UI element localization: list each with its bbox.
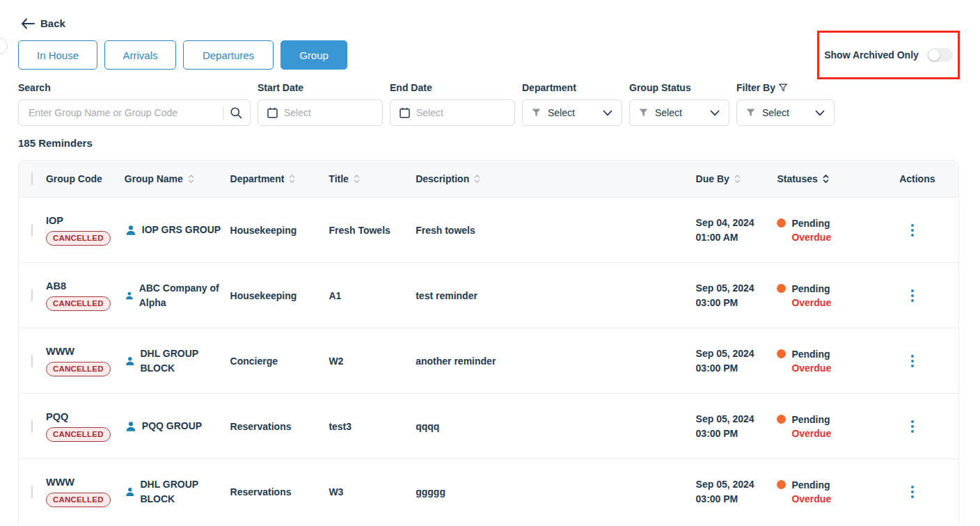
due-date: Sep 05, 2024	[696, 346, 773, 361]
status-text: Pending	[791, 283, 830, 294]
start-date-label: Start Date	[258, 82, 383, 93]
funnel-icon	[746, 109, 755, 117]
group-status-select[interactable]: Select	[629, 99, 729, 126]
group-name: PQQ GROUP	[142, 419, 202, 433]
table-row: IOP CANCELLED IOP GRS GROUP Housekeeping…	[19, 197, 958, 262]
group-code: WWW	[46, 346, 119, 357]
row-actions-menu[interactable]	[908, 486, 917, 498]
annotation-highlight-box: Show Archived Only	[817, 31, 960, 79]
filter-by-select[interactable]: Select	[736, 99, 835, 126]
person-icon	[125, 420, 137, 433]
table-header-row: Group Code Group Name Department Title D…	[19, 161, 958, 197]
status-badge: CANCELLED	[46, 493, 111, 507]
substatus-text: Overdue	[791, 297, 877, 308]
status-text: Pending	[791, 479, 830, 491]
chevron-down-icon	[603, 110, 612, 116]
filter-by-label-text: Filter By	[736, 82, 775, 93]
status-text: Pending	[791, 218, 830, 229]
end-date-value: Select	[416, 107, 443, 118]
filter-by-value: Select	[762, 107, 789, 118]
row-actions-menu[interactable]	[908, 224, 917, 237]
group-name: DHL GROUP BLOCK	[140, 477, 223, 507]
department-select[interactable]: Select	[522, 99, 622, 126]
column-header-department[interactable]: Department	[230, 173, 329, 184]
funnel-outline-icon	[779, 83, 787, 92]
start-date-picker[interactable]: Select	[258, 99, 383, 126]
status-dot	[777, 284, 786, 293]
due-time: 01:00 AM	[696, 230, 773, 245]
row-checkbox[interactable]	[31, 420, 33, 433]
sort-icon	[188, 174, 194, 184]
search-icon[interactable]	[230, 106, 250, 119]
column-header-description[interactable]: Description	[416, 173, 695, 184]
sort-icon	[474, 174, 480, 184]
search-filter: Search	[18, 82, 251, 126]
status-badge: CANCELLED	[46, 362, 111, 376]
department-label: Department	[522, 82, 622, 93]
row-actions-menu[interactable]	[908, 289, 917, 302]
column-header-group-code: Group Code	[46, 173, 125, 184]
search-input[interactable]	[29, 107, 223, 118]
back-arrow-icon	[21, 18, 35, 29]
column-header-due-by[interactable]: Due By	[696, 173, 777, 184]
group-code: PQQ	[46, 411, 119, 422]
substatus-text: Overdue	[791, 232, 877, 243]
department-filter: Department Select	[522, 82, 622, 126]
status-badge: CANCELLED	[46, 427, 111, 442]
title-cell: Fresh Towels	[329, 225, 416, 236]
person-icon	[125, 289, 134, 302]
tab-arrivals[interactable]: Arrivals	[104, 40, 176, 70]
due-date: Sep 05, 2024	[696, 281, 773, 296]
row-checkbox[interactable]	[31, 224, 33, 237]
tab-departures[interactable]: Departures	[183, 40, 274, 70]
start-date-filter: Start Date Select	[258, 82, 383, 126]
description-cell: another reminder	[416, 356, 695, 367]
description-cell: test reminder	[416, 290, 695, 301]
tab-in-house[interactable]: In House	[18, 40, 97, 70]
table-row: AB8 CANCELLED ABC Company of Alpha House…	[19, 262, 958, 328]
reminders-table: Group Code Group Name Department Title D…	[18, 160, 959, 524]
row-actions-menu[interactable]	[908, 420, 917, 433]
status-dot	[777, 349, 786, 358]
person-icon	[125, 355, 136, 367]
title-cell: test3	[329, 421, 416, 432]
group-name: DHL GROUP BLOCK	[140, 346, 223, 376]
department-cell: Concierge	[230, 356, 329, 367]
show-archived-label: Show Archived Only	[824, 49, 919, 61]
group-reminders-page: Back In House Arrivals Departures Group …	[0, 0, 980, 526]
column-header-group-name[interactable]: Group Name	[125, 173, 230, 184]
title-cell: A1	[329, 290, 416, 301]
funnel-icon	[532, 109, 541, 117]
row-actions-menu[interactable]	[908, 355, 917, 367]
description-cell: Fresh towels	[416, 225, 695, 236]
view-tabs: In House Arrivals Departures Group	[18, 40, 347, 70]
column-header-title[interactable]: Title	[329, 173, 416, 184]
column-header-statuses[interactable]: Statuses	[777, 173, 881, 184]
end-date-picker[interactable]: Select	[390, 99, 515, 126]
row-checkbox[interactable]	[31, 289, 33, 302]
start-date-value: Select	[284, 107, 311, 118]
calendar-icon	[400, 107, 410, 118]
status-badge: CANCELLED	[46, 231, 111, 246]
group-name: IOP GRS GROUP	[142, 223, 221, 237]
edge-handle	[0, 38, 8, 54]
due-time: 03:00 PM	[696, 427, 773, 441]
due-date: Sep 05, 2024	[696, 412, 773, 427]
tab-group[interactable]: Group	[280, 40, 347, 70]
search-label: Search	[18, 82, 251, 93]
status-dot	[777, 218, 786, 228]
department-cell: Reservations	[230, 486, 329, 497]
back-button[interactable]: Back	[21, 17, 65, 29]
search-input-wrapper	[18, 99, 251, 126]
due-time: 03:00 PM	[696, 492, 773, 507]
chevron-down-icon	[815, 110, 825, 116]
row-checkbox[interactable]	[31, 486, 33, 498]
end-date-label: End Date	[390, 82, 515, 93]
person-icon	[125, 486, 136, 498]
row-checkbox[interactable]	[31, 355, 33, 367]
show-archived-toggle[interactable]	[927, 48, 953, 62]
select-all-checkbox[interactable]	[31, 173, 33, 185]
filters-bar: Search Start Date S	[18, 82, 835, 126]
status-text: Pending	[791, 414, 830, 425]
status-dot	[777, 480, 786, 489]
